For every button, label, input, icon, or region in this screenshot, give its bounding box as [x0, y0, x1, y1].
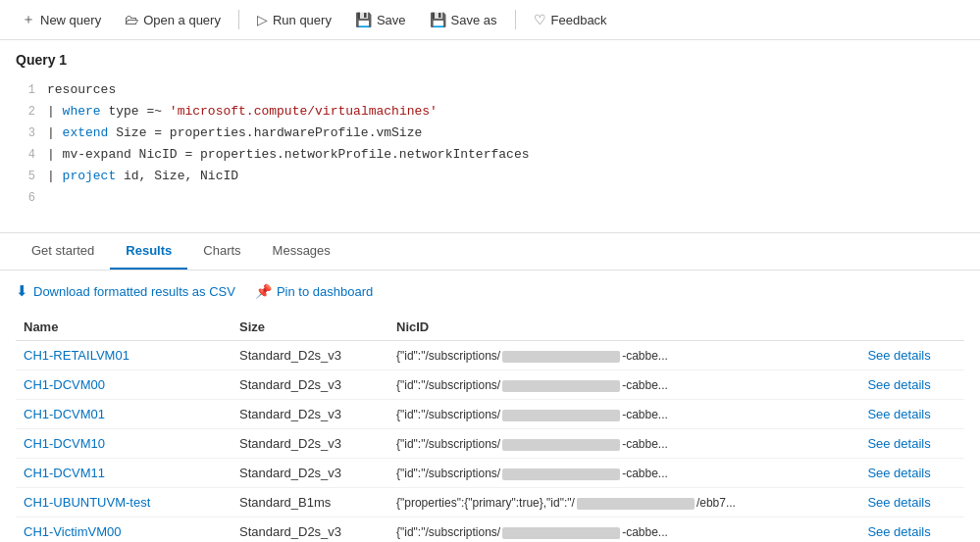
- vm-name-link[interactable]: CH1-DCVM00: [24, 377, 105, 392]
- feedback-label: Feedback: [551, 13, 607, 27]
- vm-size: Standard_D2s_v3: [232, 459, 388, 488]
- vm-size: Standard_D2s_v3: [232, 517, 388, 543]
- redacted-text: [502, 380, 620, 392]
- see-details-link[interactable]: See details: [867, 466, 930, 480]
- table-row: CH1-DCVM10Standard_D2s_v3{"id":"/subscri…: [16, 429, 964, 459]
- vm-nicid: {"id":"/subscriptions/-cabbe...: [388, 429, 859, 459]
- folder-icon: 🗁: [125, 12, 138, 27]
- pin-icon: 📌: [255, 283, 272, 299]
- save-icon: 💾: [355, 12, 372, 27]
- save-as-label: Save as: [451, 13, 497, 27]
- vm-name-link[interactable]: CH1-DCVM01: [24, 407, 105, 421]
- vm-nicid: {"id":"/subscriptions/-cabbe...: [388, 400, 859, 429]
- code-editor[interactable]: 1 resources 2 | where type =~ 'microsoft…: [0, 75, 980, 232]
- tab-charts[interactable]: Charts: [187, 233, 256, 270]
- redacted-text: [502, 439, 620, 451]
- table-row: CH1-DCVM01Standard_D2s_v3{"id":"/subscri…: [16, 400, 964, 429]
- separator-2: [515, 10, 516, 29]
- vm-size: Standard_D2s_v3: [232, 429, 388, 459]
- see-details-link[interactable]: See details: [867, 377, 930, 392]
- vm-name-link[interactable]: CH1-RETAILVM01: [24, 348, 129, 363]
- see-details-link[interactable]: See details: [867, 524, 930, 539]
- run-icon: ▷: [257, 12, 268, 27]
- col-header-nicid: NicID: [388, 314, 859, 341]
- download-csv-link[interactable]: ⬇ Download formatted results as CSV: [16, 282, 235, 300]
- table-row: CH1-VictimVM00Standard_D2s_v3{"id":"/sub…: [16, 517, 964, 543]
- open-query-button[interactable]: 🗁 Open a query: [115, 7, 231, 32]
- open-query-label: Open a query: [143, 13, 221, 27]
- code-line-6: 6: [0, 187, 980, 209]
- query-title: Query 1: [0, 48, 980, 75]
- heart-icon: ♡: [534, 12, 546, 27]
- col-header-size: Size: [232, 314, 388, 341]
- vm-size: Standard_D2s_v3: [232, 341, 388, 370]
- run-query-button[interactable]: ▷ Run query: [247, 7, 341, 32]
- save-label: Save: [377, 13, 406, 27]
- vm-nicid: {"id":"/subscriptions/-cabbe...: [388, 517, 859, 543]
- new-query-button[interactable]: ＋ New query: [12, 6, 111, 33]
- redacted-text: [502, 351, 620, 363]
- pin-dashboard-label: Pin to dashboard: [277, 284, 373, 299]
- tab-get-started[interactable]: Get started: [16, 233, 110, 270]
- vm-name-link[interactable]: CH1-UBUNTUVM-test: [24, 495, 150, 510]
- vm-nicid: {"id":"/subscriptions/-cabbe...: [388, 459, 859, 488]
- tab-results[interactable]: Results: [110, 233, 187, 270]
- vm-size: Standard_D2s_v3: [232, 400, 388, 429]
- tabs-bar: Get started Results Charts Messages: [0, 233, 980, 271]
- vm-size: Standard_D2s_v3: [232, 370, 388, 400]
- download-icon: ⬇: [16, 282, 28, 300]
- results-actions: ⬇ Download formatted results as CSV 📌 Pi…: [16, 282, 964, 300]
- results-section: ⬇ Download formatted results as CSV 📌 Pi…: [0, 271, 980, 542]
- code-line-4: 4 | mv-expand NicID = properties.network…: [0, 144, 980, 166]
- tab-messages[interactable]: Messages: [257, 233, 346, 270]
- toolbar: ＋ New query 🗁 Open a query ▷ Run query 💾…: [0, 0, 980, 40]
- vm-name-link[interactable]: CH1-DCVM11: [24, 466, 105, 480]
- code-line-5: 5 | project id, Size, NicID: [0, 166, 980, 187]
- separator-1: [238, 10, 239, 29]
- vm-name-link[interactable]: CH1-VictimVM00: [24, 524, 121, 539]
- pin-dashboard-link[interactable]: 📌 Pin to dashboard: [255, 283, 373, 299]
- new-query-label: New query: [40, 13, 101, 27]
- vm-nicid: {"id":"/subscriptions/-cabbe...: [388, 341, 859, 370]
- see-details-link[interactable]: See details: [867, 495, 930, 510]
- code-line-3: 3 | extend Size = properties.hardwarePro…: [0, 123, 980, 144]
- redacted-text: [502, 410, 620, 421]
- table-header-row: Name Size NicID: [16, 314, 964, 341]
- code-line-1: 1 resources: [0, 79, 980, 101]
- results-table: Name Size NicID CH1-RETAILVM01Standard_D…: [16, 314, 964, 542]
- code-line-2: 2 | where type =~ 'microsoft.compute/vir…: [0, 101, 980, 123]
- redacted-text: [502, 468, 620, 480]
- download-csv-label: Download formatted results as CSV: [33, 284, 235, 299]
- table-row: CH1-RETAILVM01Standard_D2s_v3{"id":"/sub…: [16, 341, 964, 370]
- see-details-link[interactable]: See details: [867, 348, 930, 363]
- vm-nicid: {"properties":{"primary":true},"id":"//e…: [388, 488, 859, 517]
- run-query-label: Run query: [273, 13, 332, 27]
- save-button[interactable]: 💾 Save: [345, 7, 416, 32]
- col-header-name: Name: [16, 314, 232, 341]
- vm-size: Standard_B1ms: [232, 488, 388, 517]
- table-row: CH1-DCVM11Standard_D2s_v3{"id":"/subscri…: [16, 459, 964, 488]
- table-row: CH1-DCVM00Standard_D2s_v3{"id":"/subscri…: [16, 370, 964, 400]
- table-row: CH1-UBUNTUVM-testStandard_B1ms{"properti…: [16, 488, 964, 517]
- query-section: Query 1 1 resources 2 | where type =~ 'm…: [0, 40, 980, 233]
- vm-name-link[interactable]: CH1-DCVM10: [24, 436, 105, 451]
- feedback-button[interactable]: ♡ Feedback: [524, 7, 617, 32]
- save-as-icon: 💾: [430, 12, 446, 27]
- plus-icon: ＋: [22, 11, 35, 28]
- vm-nicid: {"id":"/subscriptions/-cabbe...: [388, 370, 859, 400]
- see-details-link[interactable]: See details: [867, 407, 930, 421]
- save-as-button[interactable]: 💾 Save as: [420, 7, 507, 32]
- see-details-link[interactable]: See details: [867, 436, 930, 451]
- redacted-text: [577, 498, 695, 510]
- redacted-text: [502, 527, 620, 539]
